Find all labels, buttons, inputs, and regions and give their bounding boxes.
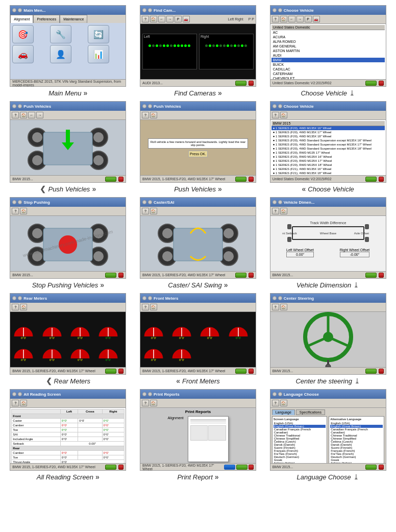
- cast-tb-2[interactable]: 🏠: [150, 208, 157, 214]
- ok-reading[interactable]: [105, 465, 116, 470]
- vlist-am[interactable]: AM GENERAL: [271, 44, 385, 49]
- ok-stop[interactable]: [105, 273, 116, 278]
- ok-steer[interactable]: [365, 369, 377, 374]
- stop-tb-1[interactable]: ?: [12, 208, 19, 214]
- menu-icon-6[interactable]: 📊: [88, 45, 109, 63]
- push1-tb-4[interactable]: →: [36, 112, 43, 118]
- toolbar-btn-4[interactable]: →: [166, 16, 174, 22]
- ok-dim[interactable]: [365, 273, 377, 278]
- cv2-model-7[interactable]: ● 1 SERIES (F20), RWD M135 17" Wheel: [271, 151, 385, 155]
- cv2-model-11[interactable]: ● 1 SERIES (F21), 4WD M135X 16" Wheel: [271, 167, 385, 171]
- toolbar-btn-3[interactable]: ←: [158, 16, 165, 22]
- cv1-tb-1[interactable]: ?: [272, 16, 279, 22]
- ok-lang[interactable]: [365, 465, 377, 470]
- cv2-model-9[interactable]: ● 1 SERIES (F20), RWD M135X 17" Wheel: [271, 159, 385, 163]
- read-tb-2[interactable]: 🏠: [20, 400, 27, 406]
- cancel-print[interactable]: [249, 465, 254, 470]
- cv2-model-8[interactable]: ● 1 SERIES (F20), RWD M135X 16" Wheel: [271, 155, 385, 159]
- lang-ca-fr[interactable]: Canadian Français (French Canadian): [274, 428, 326, 434]
- vlist-audi[interactable]: AUDI: [271, 53, 385, 58]
- rear-tb-2[interactable]: 🏠: [20, 304, 27, 310]
- cancel-stop[interactable]: [118, 273, 123, 278]
- read-tb-1[interactable]: ?: [12, 400, 19, 406]
- vlist-alfa[interactable]: ALFA ROMEO: [271, 39, 385, 44]
- cv2-model-2[interactable]: ● 1 SERIES (F20), 4WD M135X 17" Wheel: [271, 130, 385, 134]
- vlist-acura[interactable]: ACURA: [271, 35, 385, 39]
- ok-button-cam[interactable]: [235, 81, 246, 86]
- menu-icon-5[interactable]: 👤: [50, 45, 71, 63]
- vlist-bmw[interactable]: BMW: [271, 58, 385, 62]
- cancel-reading[interactable]: [118, 465, 123, 470]
- cancel-cv1[interactable]: [379, 81, 384, 86]
- print-btn[interactable]: [224, 465, 235, 470]
- dim-tb-2[interactable]: 🏠: [280, 208, 287, 214]
- ok-cv2[interactable]: [365, 177, 377, 182]
- cv2-model-3[interactable]: ● 1 SERIES (F20), 4WD M135X 18" Wheel: [271, 134, 385, 138]
- ok-front[interactable]: [235, 369, 246, 374]
- dim-left-offset[interactable]: 0.00": [286, 252, 314, 257]
- cancel-dim[interactable]: [379, 273, 384, 278]
- vlist-chevrolet[interactable]: CHEVROLET: [271, 76, 385, 79]
- cv2-tb-2[interactable]: 🏠: [280, 112, 287, 118]
- tab-preferences[interactable]: Preferences: [33, 15, 60, 23]
- print-tb-2[interactable]: 🏠: [150, 400, 157, 406]
- cv2-tb-1[interactable]: ?: [272, 112, 279, 118]
- print-opt-alignment[interactable]: Alignment: [167, 416, 183, 420]
- cancel-cv2[interactable]: [379, 177, 384, 182]
- lang-it[interactable]: Italiano (Italian): [274, 462, 326, 463]
- menu-icon-3[interactable]: 🔄: [88, 25, 109, 43]
- lang-alt-it[interactable]: Italiano (Italian): [330, 462, 383, 463]
- vlist-cadillac[interactable]: CADILLAC: [271, 67, 385, 71]
- push2-tb-1[interactable]: ?: [142, 112, 149, 118]
- cv2-model-5[interactable]: ● 1 SERIES (F20), 4WD Standard Suspensio…: [271, 142, 385, 147]
- menu-icon-2[interactable]: 🔧: [50, 25, 71, 43]
- toolbar-btn-6[interactable]: 🚗: [183, 16, 190, 22]
- cv2-model-4[interactable]: ● 1 SERIES (F20), 4WD Standard Suspensio…: [271, 138, 385, 142]
- vlist-aston[interactable]: ASTON MARTIN: [271, 49, 385, 53]
- cancel-push2[interactable]: [249, 177, 254, 182]
- print-tb-1[interactable]: ?: [142, 400, 149, 406]
- steer-tb-1[interactable]: ?: [272, 304, 279, 310]
- cv2-model-6[interactable]: ● 1 SERIES (F20), 4WD Standard Suspensio…: [271, 147, 385, 151]
- lang-tab-specs[interactable]: Specifications: [296, 409, 325, 415]
- cancel-caster[interactable]: [249, 273, 254, 278]
- push1-tb-2[interactable]: 🏠: [20, 112, 27, 118]
- lang-tb-1[interactable]: ?: [272, 400, 279, 406]
- cv2-model-1[interactable]: ● 1 SERIES (F20), 4WD M135X 16" Wheel: [271, 126, 385, 130]
- ok-push1[interactable]: [105, 177, 116, 182]
- cv2-model-12[interactable]: ● 1 SERIES (F21), 4WD M135X 18" Wheel: [271, 171, 385, 175]
- steer-tb-2[interactable]: 🏠: [280, 304, 287, 310]
- ok-print[interactable]: [236, 465, 247, 470]
- ok-cv1[interactable]: [365, 81, 377, 86]
- lang-alt-ca-fr[interactable]: Canadian Français (French Canadian): [330, 428, 383, 434]
- rear-tb-1[interactable]: ?: [12, 304, 19, 310]
- lang-tb-2[interactable]: 🏠: [280, 400, 287, 406]
- ok-caster[interactable]: [235, 273, 246, 278]
- cv1-tb-3[interactable]: ←: [288, 16, 295, 22]
- menu-icon-4[interactable]: 🚗: [12, 45, 34, 63]
- dim-right-offset[interactable]: -0.00": [340, 252, 370, 257]
- cancel-front[interactable]: [249, 369, 254, 374]
- front-tb-1[interactable]: ?: [142, 304, 149, 310]
- vlist-ac[interactable]: AC: [271, 30, 385, 35]
- cancel-steer[interactable]: [379, 369, 384, 374]
- toolbar-btn-5[interactable]: P: [175, 16, 182, 22]
- dim-tb-1[interactable]: ?: [272, 208, 279, 214]
- ok-push2[interactable]: [235, 177, 246, 182]
- toolbar-btn-2[interactable]: 🏠: [150, 16, 157, 22]
- vlist-buick[interactable]: BUICK: [271, 62, 385, 67]
- ok-rear[interactable]: [105, 369, 116, 374]
- cv1-tb-6[interactable]: 🚗: [313, 16, 320, 22]
- lang-tab-language[interactable]: Language: [272, 409, 295, 415]
- menu-icon-1[interactable]: 🎯: [12, 25, 34, 43]
- cv1-tb-2[interactable]: 🏠: [280, 16, 287, 22]
- cv1-tb-5[interactable]: P: [305, 16, 312, 22]
- cv2-model-10[interactable]: ● 1 SERIES (F20), RWD M135X 18" Wheel: [271, 163, 385, 167]
- cv1-tb-4[interactable]: →: [296, 16, 304, 22]
- cast-tb-1[interactable]: ?: [142, 208, 149, 214]
- toolbar-btn-1[interactable]: ?: [142, 16, 149, 22]
- push2-tb-2[interactable]: 🏠: [150, 112, 157, 118]
- vlist-caterham[interactable]: CATERHAM: [271, 71, 385, 76]
- stop-tb-2[interactable]: 🏠: [20, 208, 27, 214]
- cancel-button-cam[interactable]: [249, 81, 254, 86]
